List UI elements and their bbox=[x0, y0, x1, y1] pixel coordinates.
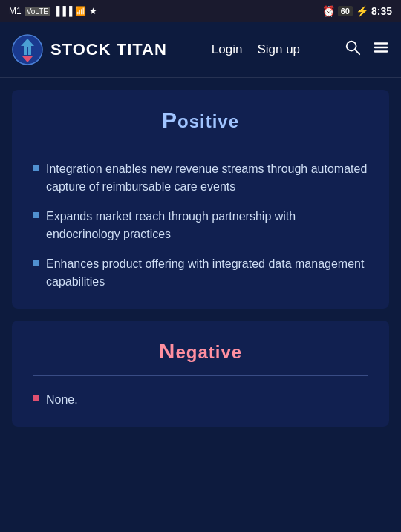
battery-level: 60 bbox=[338, 6, 353, 16]
list-item: Enhances product offering with integrate… bbox=[33, 255, 368, 291]
time-display: 8:35 bbox=[371, 5, 392, 17]
status-left: M1 VoLTE ▐▐▐ 📶 ★ bbox=[9, 6, 97, 16]
nav-icons bbox=[345, 39, 389, 60]
bullet-marker bbox=[33, 165, 39, 171]
positive-bullet-text-3: Enhances product offering with integrate… bbox=[46, 255, 368, 291]
alarm-icon: ⏰ bbox=[322, 5, 335, 17]
negative-title: Negative bbox=[33, 338, 368, 364]
positive-bullet-text-1: Integration enables new revenue streams … bbox=[46, 160, 368, 196]
login-link[interactable]: Login bbox=[212, 42, 243, 57]
status-bar: M1 VoLTE ▐▐▐ 📶 ★ ⏰ 60 ⚡ 8:35 bbox=[0, 0, 401, 22]
negative-section: Negative None. bbox=[12, 321, 389, 427]
positive-bullet-list: Integration enables new revenue streams … bbox=[33, 160, 368, 291]
list-item: Expands market reach through partnership… bbox=[33, 208, 368, 243]
negative-bullet-list: None. bbox=[33, 391, 368, 409]
bullet-marker bbox=[33, 395, 39, 401]
wifi-icon: 📶 bbox=[75, 6, 86, 16]
search-button[interactable] bbox=[345, 39, 361, 60]
bullet-marker bbox=[33, 212, 39, 218]
signup-link[interactable]: Sign up bbox=[257, 42, 300, 57]
charging-icon: ⚡ bbox=[356, 5, 368, 17]
positive-title: Positive bbox=[33, 108, 368, 133]
negative-title-rest: egative bbox=[175, 342, 242, 362]
carrier-label: M1 bbox=[9, 6, 22, 16]
status-right: ⏰ 60 ⚡ 8:35 bbox=[322, 5, 392, 17]
negative-bullet-text-1: None. bbox=[46, 391, 78, 409]
logo-icon bbox=[12, 34, 43, 65]
positive-divider bbox=[33, 145, 368, 145]
bullet-marker bbox=[33, 260, 39, 266]
svg-line-2 bbox=[355, 50, 359, 54]
positive-bullet-text-2: Expands market reach through partnership… bbox=[46, 208, 368, 243]
signal-icon: ▐▐▐ bbox=[53, 6, 73, 16]
logo-text: STOCK TITAN bbox=[50, 40, 167, 59]
volte-label: VoLTE bbox=[25, 7, 50, 16]
positive-section: Positive Integration enables new revenue… bbox=[12, 90, 389, 309]
menu-button[interactable] bbox=[373, 39, 389, 60]
list-item: Integration enables new revenue streams … bbox=[33, 160, 368, 196]
positive-title-rest: ositive bbox=[177, 111, 239, 131]
nav-links: Login Sign up bbox=[212, 42, 300, 57]
positive-title-first-letter: P bbox=[162, 108, 177, 132]
logo-area: STOCK TITAN bbox=[12, 34, 167, 65]
list-item: None. bbox=[33, 391, 368, 409]
main-content: Positive Integration enables new revenue… bbox=[0, 78, 401, 439]
negative-title-first-letter: N bbox=[159, 338, 176, 363]
header: STOCK TITAN Login Sign up bbox=[0, 22, 401, 78]
bluetooth-icon: ★ bbox=[89, 6, 97, 16]
hamburger-icon bbox=[373, 39, 389, 56]
search-icon bbox=[345, 39, 361, 56]
negative-divider bbox=[33, 375, 368, 376]
